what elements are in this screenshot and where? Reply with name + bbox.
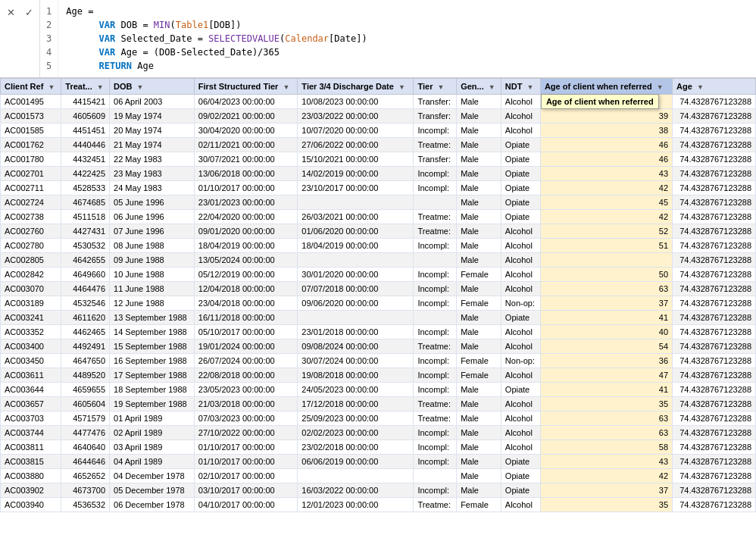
table-cell: Incompl: [414,440,457,455]
table-cell: 22 May 1983 [110,152,195,167]
table-cell: Male [457,440,501,455]
col-header-tier-discharge[interactable]: Tier 3/4 Discharge Date ▼ [298,79,414,95]
table-cell: 4415421 [61,95,110,109]
table-cell: 01/10/2017 00:00:00 [194,181,298,196]
table-row: AC001573460560919 May 197409/02/2021 00:… [1,109,756,124]
table-cell: Female [457,368,501,383]
table-cell: Opiate [501,383,540,397]
table-cell: Alcohol [501,426,540,440]
table-cell: Alcohol [501,224,540,239]
table-cell: 18/04/2019 00:00:00 [298,239,414,253]
table-cell: AC001573 [1,109,61,124]
table-cell: Non-op: [501,296,540,311]
table-cell: 74.4328767123288 [673,239,756,253]
table-cell: Opiate [501,167,540,181]
table-row: AC003611448952017 September 198822/08/20… [1,368,756,383]
cancel-button[interactable]: ✕ [3,5,18,20]
table-cell: Alcohol [501,397,540,411]
table-row: AC003657460560419 September 198821/03/20… [1,397,756,411]
table-cell: 74.4328767123288 [673,383,756,397]
sort-icon-age-referred: ▼ [657,83,664,91]
table-cell: 02/10/2017 00:00:00 [194,469,298,483]
col-header-treat[interactable]: Treat... ▼ [61,79,110,95]
col-header-age-referred[interactable]: Age of client when referred ▼ Age of cli… [540,79,672,95]
table-row: AC003815464464604 April 198901/10/2017 0… [1,455,756,469]
table-cell: 74.4328767123288 [673,469,756,483]
table-cell: Male [457,239,501,253]
table-cell: Treatme: [414,210,457,224]
table-cell: AC002738 [1,210,61,224]
table-cell: Transfer: [414,152,457,167]
col-header-tier[interactable]: Tier ▼ [414,79,457,95]
table-cell: Male [457,426,501,440]
table-cell: 08 June 1988 [110,239,195,253]
col-header-age[interactable]: Age ▼ [673,79,756,95]
table-cell: AC001780 [1,152,61,167]
table-cell: 25/09/2023 00:00:00 [298,411,414,426]
table-cell: 09/06/2020 00:00:00 [298,296,414,311]
table-cell: 4532546 [61,296,110,311]
table-cell: 10 June 1988 [110,267,195,282]
table-row: AC001762444044621 May 197402/11/2021 00:… [1,138,756,152]
table-cell: 54 [540,339,672,354]
table-row: AC003744447747602 April 198927/10/2022 0… [1,426,756,440]
confirm-button[interactable]: ✓ [21,5,36,20]
table-row: AC003189453254612 June 198823/04/2018 00… [1,296,756,311]
table-cell: 12 June 1988 [110,296,195,311]
table-cell: 35 [540,397,672,411]
table-cell: Alcohol [501,109,540,124]
table-cell: 74.4328767123288 [673,210,756,224]
table-cell [414,469,457,483]
sort-icon-gender: ▼ [489,83,495,91]
table-cell: 63 [540,282,672,296]
col-header-dob[interactable]: DOB ▼ [110,79,195,95]
table-cell: 45 [540,196,672,210]
col-header-first-structured[interactable]: First Structured Tier ▼ [194,79,298,95]
table-cell: 4659655 [61,383,110,397]
table-cell: Female [457,296,501,311]
table-cell: 4642655 [61,253,110,267]
table-cell: 05 December 1978 [110,483,195,498]
table-cell: 4644646 [61,455,110,469]
table-cell: Opiate [501,469,540,483]
table-cell: 63 [540,411,672,426]
table-cell: Male [457,411,501,426]
sort-icon-first-structured: ▼ [283,83,289,91]
table-cell: 05 June 1996 [110,196,195,210]
table-row: AC003644465965518 September 198823/05/20… [1,383,756,397]
table-cell: 63 [540,426,672,440]
table-cell: Treatme: [414,411,457,426]
table-cell: 10/07/2020 00:00:00 [298,124,414,138]
table-cell: 43 [540,167,672,181]
table-cell: 19/08/2018 00:00:00 [298,368,414,383]
table-cell: 03/10/2017 00:00:00 [194,483,298,498]
table-cell: 35 [540,498,672,512]
table-cell: Treatme: [414,138,457,152]
formula-editor[interactable]: Age = VAR DOB = MIN(Table1[DOB]) VAR Sel… [58,0,756,77]
table-cell: 07 June 1996 [110,224,195,239]
table-row: AC001585445145120 May 197430/04/2020 00:… [1,124,756,138]
table-cell: 23/02/2018 00:00:00 [298,440,414,455]
col-header-gender[interactable]: Gen... ▼ [457,79,501,95]
sort-icon-ndt: ▼ [527,83,534,91]
table-cell: AC003611 [1,368,61,383]
table-cell: Incompl: [414,368,457,383]
table-cell: 03 April 1989 [110,440,195,455]
table-cell: Incompl: [414,383,457,397]
table-cell: 4511518 [61,210,110,224]
table-row: AC003352446246514 September 198805/10/20… [1,325,756,339]
col-header-ndt[interactable]: NDT ▼ [501,79,540,95]
table-cell: 4674685 [61,196,110,210]
table-cell: AC002780 [1,239,61,253]
table-cell: Male [457,109,501,124]
table-cell: Incompl: [414,296,457,311]
table-cell: 4673700 [61,483,110,498]
table-cell: 4440446 [61,138,110,152]
table-cell: 14 September 1988 [110,325,195,339]
table-cell: Incompl: [414,426,457,440]
table-cell: 4462465 [61,325,110,339]
table-cell [298,253,414,267]
table-cell: AC003703 [1,411,61,426]
col-header-client-ref[interactable]: Client Ref ▼ [1,79,61,95]
table-cell: 17 September 1988 [110,368,195,383]
